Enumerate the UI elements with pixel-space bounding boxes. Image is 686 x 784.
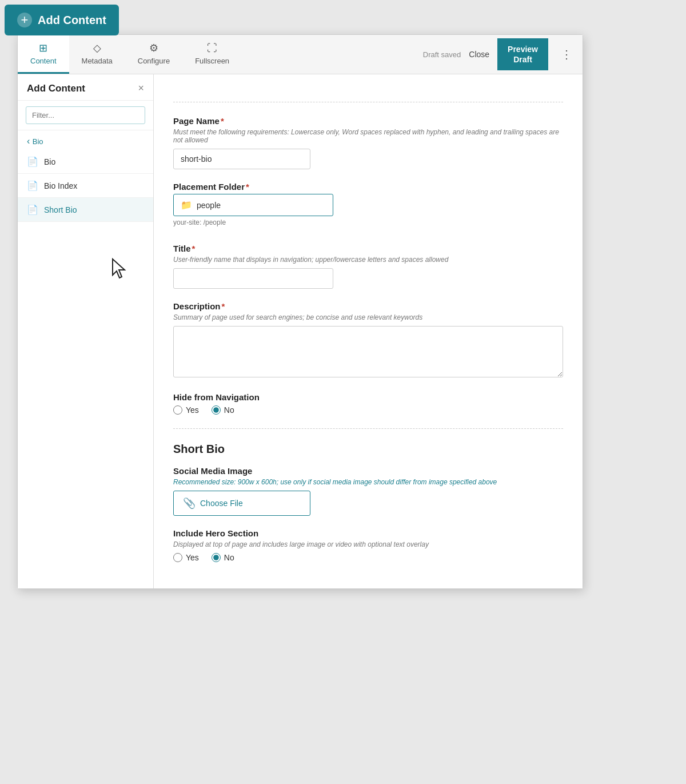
include-hero-radio-group: Yes No xyxy=(173,553,563,562)
hide-from-nav-radio-group: Yes No xyxy=(173,405,563,415)
hero-no-label[interactable]: No xyxy=(212,553,234,562)
title-label: Title* xyxy=(173,244,563,253)
folder-path-text: your-site: /people xyxy=(173,218,563,226)
folder-name-text: people xyxy=(197,201,221,210)
bio-index-icon: 📄 xyxy=(27,180,38,191)
sidebar-item-bio-index[interactable]: 📄 Bio Index xyxy=(18,174,153,198)
more-options-button[interactable]: ⋮ xyxy=(556,45,577,63)
page-name-field-group: Page Name* Must meet the following requi… xyxy=(173,116,563,169)
main-panel: ⊞ Content ◇ Metadata ⚙ Configure ⛶ Fulls… xyxy=(17,34,583,589)
placement-folder-input[interactable]: 📁 people xyxy=(173,194,333,216)
tab-configure[interactable]: ⚙ Configure xyxy=(125,35,182,74)
close-button[interactable]: Close xyxy=(469,50,489,59)
title-input[interactable] xyxy=(173,268,333,289)
tab-metadata-label: Metadata xyxy=(82,57,113,65)
sidebar-item-short-bio-label: Short Bio xyxy=(44,205,77,214)
configure-tab-icon: ⚙ xyxy=(149,42,158,54)
sidebar-header: Add Content × xyxy=(18,74,153,101)
social-media-image-field-group: Social Media Image Recommended size: 900… xyxy=(173,466,563,516)
tab-group: ⊞ Content ◇ Metadata ⚙ Configure ⛶ Fulls… xyxy=(18,35,242,74)
section-divider xyxy=(173,428,563,429)
tab-fullscreen[interactable]: ⛶ Fullscreen xyxy=(182,35,242,74)
short-bio-section-heading: Short Bio xyxy=(173,443,563,456)
folder-icon: 📁 xyxy=(181,200,192,210)
placement-folder-field-group: Placement Folder* 📁 people your-site: /p… xyxy=(173,182,563,226)
sidebar-title: Add Content xyxy=(27,83,85,94)
add-content-label: Add Content xyxy=(38,14,106,27)
title-required: * xyxy=(192,244,196,253)
sidebar-item-short-bio[interactable]: 📄 Short Bio xyxy=(18,198,153,222)
sidebar-close-button[interactable]: × xyxy=(138,82,144,94)
include-hero-label: Include Hero Section xyxy=(173,528,563,538)
title-hint: User-friendly name that displays in navi… xyxy=(173,256,563,264)
plus-icon: + xyxy=(17,13,32,27)
short-bio-icon: 📄 xyxy=(27,204,38,215)
sidebar-items-list: 📄 Bio 📄 Bio Index 📄 Short Bio xyxy=(18,150,153,222)
top-bar: ⊞ Content ◇ Metadata ⚙ Configure ⛶ Fulls… xyxy=(18,35,583,74)
description-label: Description* xyxy=(173,301,563,311)
bio-icon: 📄 xyxy=(27,156,38,167)
main-form-content: Page Name* Must meet the following requi… xyxy=(154,74,583,588)
tab-content-label: Content xyxy=(30,57,57,65)
tab-configure-label: Configure xyxy=(138,57,170,65)
fullscreen-tab-icon: ⛶ xyxy=(207,42,217,54)
hide-nav-no-label[interactable]: No xyxy=(212,405,234,415)
hero-yes-text: Yes xyxy=(186,553,199,562)
sidebar: Add Content × Bio 📄 Bio 📄 Bio Index xyxy=(18,74,154,588)
page-name-required: * xyxy=(221,116,224,126)
description-field-group: Description* Summary of page used for se… xyxy=(173,301,563,380)
hide-nav-yes-text: Yes xyxy=(186,405,199,415)
placement-folder-required: * xyxy=(246,182,249,192)
description-textarea[interactable] xyxy=(173,326,563,377)
hide-nav-no-radio[interactable] xyxy=(212,405,221,415)
add-content-button[interactable]: + Add Content xyxy=(5,5,119,35)
top-bar-right: Draft saved Close PreviewDraft ⋮ xyxy=(423,38,583,70)
sidebar-item-bio-index-label: Bio Index xyxy=(44,181,77,190)
hide-from-nav-field-group: Hide from Navigation Yes No xyxy=(173,392,563,415)
social-media-image-hint: Recommended size: 900w x 600h; use only … xyxy=(173,478,563,486)
hero-yes-label[interactable]: Yes xyxy=(173,553,199,562)
top-divider xyxy=(173,102,563,102)
file-icon: 📎 xyxy=(183,497,196,510)
filter-input[interactable] xyxy=(26,106,145,124)
hide-nav-no-text: No xyxy=(224,405,234,415)
include-hero-field-group: Include Hero Section Displayed at top of… xyxy=(173,528,563,562)
back-label: Bio xyxy=(33,137,43,146)
placement-folder-label: Placement Folder* xyxy=(173,182,563,192)
tab-fullscreen-label: Fullscreen xyxy=(195,57,229,65)
sidebar-item-bio[interactable]: 📄 Bio xyxy=(18,150,153,174)
description-hint: Summary of page used for search engines;… xyxy=(173,313,563,321)
tab-content[interactable]: ⊞ Content xyxy=(18,35,69,74)
choose-file-label: Choose File xyxy=(200,499,243,508)
metadata-tab-icon: ◇ xyxy=(93,42,101,54)
hero-no-text: No xyxy=(224,553,234,562)
hide-nav-yes-radio[interactable] xyxy=(173,405,182,415)
description-required: * xyxy=(222,301,225,311)
choose-file-button[interactable]: 📎 Choose File xyxy=(173,491,310,516)
sidebar-item-bio-label: Bio xyxy=(44,157,55,166)
cursor-pointer xyxy=(110,258,129,284)
hero-yes-radio[interactable] xyxy=(173,553,182,562)
sidebar-back-nav[interactable]: Bio xyxy=(18,130,153,150)
page-name-input[interactable] xyxy=(173,149,310,169)
page-name-hint: Must meet the following requirements: Lo… xyxy=(173,128,563,144)
panel-body: Add Content × Bio 📄 Bio 📄 Bio Index xyxy=(18,74,583,588)
page-name-label: Page Name* xyxy=(173,116,563,126)
draft-saved-text: Draft saved xyxy=(423,50,461,59)
hide-nav-yes-label[interactable]: Yes xyxy=(173,405,199,415)
tab-metadata[interactable]: ◇ Metadata xyxy=(69,35,125,74)
hero-no-radio[interactable] xyxy=(212,553,221,562)
title-field-group: Title* User-friendly name that displays … xyxy=(173,244,563,289)
sidebar-filter xyxy=(18,101,153,130)
hide-from-nav-label: Hide from Navigation xyxy=(173,392,563,402)
social-media-image-label: Social Media Image xyxy=(173,466,563,476)
content-tab-icon: ⊞ xyxy=(39,42,47,54)
preview-draft-button[interactable]: PreviewDraft xyxy=(497,38,548,70)
include-hero-hint: Displayed at top of page and includes la… xyxy=(173,540,563,548)
